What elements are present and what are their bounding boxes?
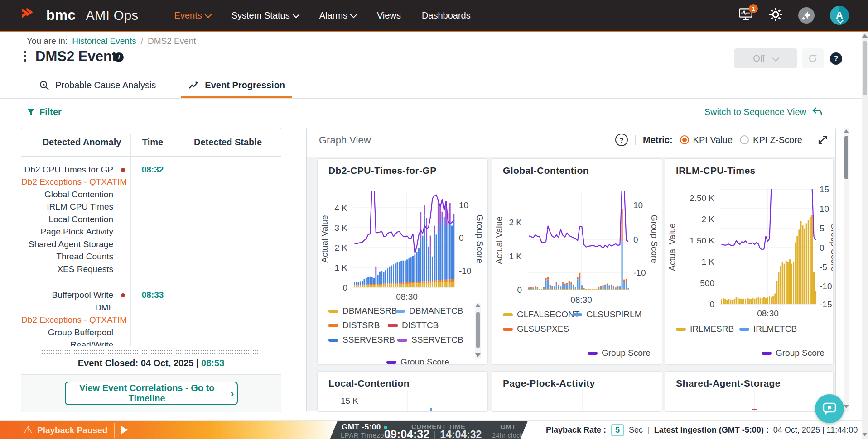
chart-card-local-contention[interactable]: Local-Contention 15 K xyxy=(317,371,488,412)
scroll-down-icon[interactable] xyxy=(844,405,849,408)
chart-card-db2-cpu-times-for-gp[interactable]: Db2-CPU-Times-for-GP 4 K3 K2 K1 K0100-10… xyxy=(317,158,488,365)
help-button[interactable]: ? xyxy=(830,52,842,65)
legend-color-pill xyxy=(503,328,513,331)
legend-item-group-score[interactable]: Group Score xyxy=(588,348,651,358)
refresh-button[interactable] xyxy=(802,48,824,68)
legend-item-group-score[interactable]: Group Score xyxy=(762,348,825,358)
chart-card-irlm-cpu-times[interactable]: IRLM-CPU-Times 2.50 K2 K1.50 K1 K5000151… xyxy=(665,158,834,365)
nav-item-dashboards[interactable]: Dashboards xyxy=(422,10,471,21)
graph-scrollbar[interactable] xyxy=(844,128,849,412)
anomaly-row[interactable]: XES Requests xyxy=(21,263,281,276)
chevron-down-icon xyxy=(350,11,357,18)
brand-logo[interactable]: bmc AMI Ops xyxy=(0,7,139,24)
chart-card-page-plock-activity[interactable]: Page-Plock-Activity xyxy=(492,371,662,412)
anomaly-row[interactable]: Shared Agent Storage xyxy=(21,238,281,251)
legend-item-irlmetcb[interactable]: IRLMETCB xyxy=(739,324,797,334)
refresh-icon xyxy=(808,53,818,63)
legend-item-distsrb[interactable]: DISTSRB xyxy=(328,320,380,330)
chart-canvas: 4 K3 K2 K1 K0100-10Actual ValueGroup Sco… xyxy=(318,159,488,365)
svg-text:Actual Value: Actual Value xyxy=(494,216,504,264)
notification-badge: 1 xyxy=(749,4,758,13)
svg-text:10: 10 xyxy=(633,200,643,210)
legend-color-pill xyxy=(503,313,513,316)
tab-bar: Probable Cause Analysis Event Progressio… xyxy=(0,72,868,99)
legend-item-sservetcb[interactable]: SSERVETCB xyxy=(397,335,463,345)
user-menu[interactable]: A xyxy=(830,6,843,25)
play-button[interactable] xyxy=(121,425,128,434)
anomaly-row[interactable]: Db2 Exceptions - QTXATIM xyxy=(21,176,281,189)
anomaly-name: Db2 CPU Times for GP xyxy=(21,165,130,175)
anomaly-row[interactable]: Group Bufferpool xyxy=(21,326,281,339)
anomaly-row[interactable]: Db2 Exceptions - QTXATIM xyxy=(21,314,281,327)
svg-text:-15: -15 xyxy=(820,300,832,309)
tab-probable-cause-analysis[interactable]: Probable Cause Analysis xyxy=(39,72,156,98)
scroll-up-icon[interactable] xyxy=(844,129,849,133)
anomaly-row[interactable]: Thread Counts xyxy=(21,251,281,263)
legend-label: IRLMETCB xyxy=(753,324,797,334)
scroll-down-icon[interactable] xyxy=(862,433,868,436)
expand-icon[interactable] xyxy=(817,134,828,145)
anomaly-row[interactable]: Local Contention xyxy=(21,213,281,226)
assistant-button[interactable] xyxy=(798,7,815,24)
page-scrollbar[interactable] xyxy=(862,32,868,439)
view-event-correlations-button[interactable]: View Event Correlations - Go to Timeline… xyxy=(65,382,238,405)
nav-item-alarms[interactable]: Alarms xyxy=(319,10,356,21)
chart-card-shared-agent-storage[interactable]: Shared-Agent-Storage xyxy=(665,371,834,412)
svg-text:2.50 K: 2.50 K xyxy=(690,193,714,203)
graph-scrollbar-thumb[interactable] xyxy=(844,136,848,179)
event-closed-text: Event Closed: 04 Oct, 2025 | 08:53 xyxy=(21,358,281,368)
nav-item-label: Views xyxy=(377,10,401,21)
svg-text:5: 5 xyxy=(820,224,825,233)
auto-refresh-toggle[interactable]: Off xyxy=(734,48,797,68)
legend-item-glfalsecont[interactable]: GLFALSECONT xyxy=(503,310,579,320)
time-separator: | xyxy=(434,430,436,439)
playback-rate-value[interactable]: 5 xyxy=(611,424,624,436)
legend-item-glsuspirlm[interactable]: GLSUSPIRLM xyxy=(572,310,641,320)
anomaly-row[interactable]: Global Contention xyxy=(21,188,281,201)
anomaly-row[interactable]: Bufferpool Write08:33 xyxy=(21,289,281,302)
info-icon[interactable]: i xyxy=(114,52,124,62)
legend-item-group-score-clipped[interactable]: Group Score xyxy=(386,357,449,365)
legend-item-glsuspxes[interactable]: GLSUSPXES xyxy=(503,324,569,334)
legend-item-disttcb[interactable]: DISTTCB xyxy=(388,320,439,330)
legend-item-irlmesrb[interactable]: IRLMESRB xyxy=(676,324,734,334)
chevron-down-icon xyxy=(772,54,779,62)
graph-view-title: Graph View xyxy=(319,134,371,146)
playback-info: Playback Rate : 5 Sec | Latest Ingestion… xyxy=(546,421,858,439)
legend-item-dbmanesrb[interactable]: DBMANESRB xyxy=(328,306,397,316)
anomaly-row[interactable]: DML xyxy=(21,301,281,314)
scroll-up-icon[interactable] xyxy=(862,34,868,38)
chart-card-global-contention[interactable]: Global-Contention 2 K1 K0100-10Actual Va… xyxy=(492,158,662,365)
anomaly-row[interactable]: Read/Write xyxy=(21,339,281,346)
anomaly-row[interactable]: Page Plock Activity xyxy=(21,226,281,239)
settings-button[interactable] xyxy=(768,7,783,24)
nav-item-system-status[interactable]: System Status xyxy=(231,10,299,21)
anomaly-row[interactable]: IRLM CPU Times xyxy=(21,201,281,214)
radio-kpi-z-score[interactable]: KPI Z-Score xyxy=(740,135,802,145)
svg-text:15: 15 xyxy=(820,185,829,194)
legend-item-sservesrb[interactable]: SSERVESRB xyxy=(328,335,395,345)
timeline-scrubber[interactable] xyxy=(42,350,261,354)
nav-item-events[interactable]: Events xyxy=(174,10,211,21)
switch-to-sequence-view-link[interactable]: Switch to Sequence View xyxy=(704,107,823,117)
anomaly-dot-icon xyxy=(121,168,125,172)
page-scrollbar-thumb[interactable] xyxy=(863,41,867,95)
nav-item-views[interactable]: Views xyxy=(377,10,401,21)
breadcrumb-link-historical-events[interactable]: Historical Events xyxy=(72,36,136,46)
graph-help-icon[interactable]: ? xyxy=(615,134,628,146)
anomaly-row[interactable]: Db2 CPU Times for GP08:32 xyxy=(21,163,281,176)
chat-help-fab[interactable] xyxy=(815,394,844,423)
nav-item-label: Dashboards xyxy=(422,10,471,21)
tab-event-progression[interactable]: Event Progression xyxy=(188,72,285,98)
legend-color-pill xyxy=(762,352,772,355)
radio-kpi-value[interactable]: KPI Value xyxy=(680,135,733,145)
anomaly-table-body: Db2 CPU Times for GP08:32Db2 Exceptions … xyxy=(21,156,281,346)
anomaly-name: XES Requests xyxy=(21,264,130,274)
kebab-menu-icon[interactable] xyxy=(24,51,26,62)
radio-unselected-icon xyxy=(740,135,749,144)
system-monitor-button[interactable]: 1 xyxy=(738,8,753,23)
legend-item-dbmanetcb[interactable]: DBMANETCB xyxy=(395,306,463,316)
ingestion-label: Latest Ingestion (GMT -5:00) : xyxy=(654,425,769,435)
filter-button[interactable]: Filter xyxy=(27,107,62,117)
column-header-detected-anomaly: Detected Anomaly xyxy=(21,137,130,148)
